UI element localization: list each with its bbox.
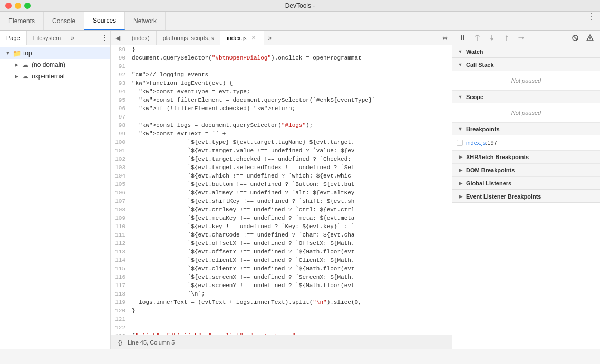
file-tab-back[interactable]: ◀ bbox=[111, 31, 125, 45]
line-number: 116 bbox=[111, 273, 130, 281]
tab-console[interactable]: Console bbox=[44, 12, 84, 30]
code-line-97[interactable]: 97 bbox=[111, 113, 452, 121]
code-line-121[interactable]: 121 bbox=[111, 315, 452, 323]
step-over-icon bbox=[473, 34, 481, 42]
code-line-90[interactable]: 90document.querySelector("#btnOpenPDialo… bbox=[111, 54, 452, 62]
line-content: `${evt.offsetX !== undefined ? `OffsetX:… bbox=[130, 239, 354, 248]
section-callstack-content: Not paused bbox=[452, 71, 600, 90]
format-icon: ⇔ bbox=[442, 34, 448, 42]
step-button[interactable] bbox=[516, 32, 527, 44]
code-line-104[interactable]: 104 `${evt.which !== undefined ? `Which:… bbox=[111, 172, 452, 180]
step-into-button[interactable] bbox=[486, 32, 498, 44]
code-line-116[interactable]: 116 `${evt.screenX !== undefined ? `Scre… bbox=[111, 273, 452, 281]
code-line-107[interactable]: 107 `${evt.shiftKey !== undefined ? `shi… bbox=[111, 197, 452, 205]
line-content: `${evt.button !== undefined ? `Button: $… bbox=[130, 180, 354, 189]
code-line-114[interactable]: 114 `${evt.clientX !== undefined ? `Clie… bbox=[111, 256, 452, 264]
pause-exceptions-button[interactable] bbox=[584, 32, 596, 44]
code-line-106[interactable]: 106 `${evt.altKey !== undefined ? `alt: … bbox=[111, 189, 452, 197]
window-controls bbox=[5, 3, 31, 9]
file-tabs-more-button[interactable]: » bbox=[264, 31, 276, 45]
section-global-header[interactable]: ▶ Global Listeners bbox=[452, 177, 600, 190]
code-editor[interactable]: 89}90document.querySelector("#btnOpenPDi… bbox=[111, 45, 452, 335]
breakpoint-checkbox[interactable] bbox=[457, 140, 463, 146]
code-line-108[interactable]: 108 `${evt.ctrlKey !== undefined ? `ctrl… bbox=[111, 205, 452, 214]
section-scope-header[interactable]: ▼ Scope bbox=[452, 91, 600, 103]
section-dom-breakpoints: ▶ DOM Breakpoints bbox=[452, 164, 600, 177]
section-callstack-header[interactable]: ▼ Call Stack bbox=[452, 58, 600, 71]
maximize-button[interactable] bbox=[24, 3, 31, 9]
statusbar-position: Line 45, Column 5 bbox=[128, 339, 175, 346]
code-line-111[interactable]: 111 `${evt.charCode !== undefined ? `cha… bbox=[111, 231, 452, 239]
section-xhr-header[interactable]: ▶ XHR/fetch Breakpoints bbox=[452, 151, 600, 163]
code-line-119[interactable]: 119 logs.innerText = (evtText + logs.inn… bbox=[111, 298, 452, 307]
line-content: `${evt.offsetY !== undefined ? `${Math.f… bbox=[130, 248, 354, 256]
code-line-96[interactable]: 96 "kw">if (!filterElement.checked) "kw"… bbox=[111, 104, 452, 113]
line-content bbox=[130, 323, 132, 332]
tab-sources[interactable]: Sources bbox=[84, 12, 125, 30]
code-line-103[interactable]: 103 `${evt.target.selectedIndex !== unde… bbox=[111, 163, 452, 172]
code-line-98[interactable]: 98 "kw">const logs = document.querySelec… bbox=[111, 121, 452, 130]
line-number: 118 bbox=[111, 290, 130, 298]
code-line-100[interactable]: 100 `${evt.type} ${evt.target.tagName} $… bbox=[111, 138, 452, 146]
tree-item-uxpinternal[interactable]: ▶ ☁ uxp-internal bbox=[0, 71, 110, 82]
section-watch-header[interactable]: ▼ Watch bbox=[452, 45, 600, 58]
code-line-94[interactable]: 94 "kw">const eventType = evt.type; bbox=[111, 87, 452, 96]
line-number: 94 bbox=[111, 87, 130, 96]
line-content bbox=[130, 113, 132, 121]
tree-arrow-top: ▼ bbox=[4, 50, 12, 57]
file-tab-index-paren[interactable]: (index) bbox=[125, 31, 157, 45]
minimize-button[interactable] bbox=[15, 3, 21, 9]
close-button[interactable] bbox=[5, 3, 12, 9]
line-content bbox=[130, 315, 132, 323]
panel-tabs-more[interactable]: » bbox=[67, 34, 78, 42]
panel-tabs: Page Filesystem » ⋮ bbox=[0, 31, 110, 45]
section-dom-header[interactable]: ▶ DOM Breakpoints bbox=[452, 164, 600, 176]
code-line-112[interactable]: 112 `${evt.offsetX !== undefined ? `Offs… bbox=[111, 239, 452, 248]
tree-item-nodomain[interactable]: ▶ ☁ (no domain) bbox=[0, 59, 110, 71]
line-number: 99 bbox=[111, 130, 130, 138]
tab-page[interactable]: Page bbox=[0, 31, 27, 45]
format-button[interactable]: ⇔ bbox=[438, 31, 452, 45]
step-over-button[interactable] bbox=[471, 32, 483, 44]
line-content: "kw">if (!filterElement.checked) "kw">re… bbox=[130, 104, 295, 113]
section-callstack-arrow: ▼ bbox=[457, 61, 464, 68]
code-line-95[interactable]: 95 "kw">const filterElement = document.q… bbox=[111, 96, 452, 104]
code-line-93[interactable]: 93"kw">function logEvent(evt) { bbox=[111, 79, 452, 87]
code-line-101[interactable]: 101 `${evt.target.value !== undefined ? … bbox=[111, 146, 452, 155]
line-content: `${evt.screenX !== undefined ? `ScreenX:… bbox=[130, 273, 354, 281]
file-tab-platformjs[interactable]: platformjs_scripts.js bbox=[157, 31, 221, 45]
pause-button[interactable]: ⏸ bbox=[457, 32, 468, 44]
more-tabs-button[interactable]: ⋮ bbox=[583, 12, 600, 30]
code-line-92[interactable]: 92"cm">// logging events bbox=[111, 71, 452, 79]
section-event-listener-header[interactable]: ▶ Event Listener Breakpoints bbox=[452, 190, 600, 203]
code-line-105[interactable]: 105 `${evt.button !== undefined ? `Butto… bbox=[111, 180, 452, 189]
line-content: } bbox=[130, 307, 136, 315]
code-line-118[interactable]: 118 `\n`; bbox=[111, 290, 452, 298]
section-watch-arrow: ▼ bbox=[457, 48, 464, 55]
code-line-109[interactable]: 109 `${evt.metaKey !== undefined ? `meta… bbox=[111, 214, 452, 222]
code-line-122[interactable]: 122 bbox=[111, 323, 452, 332]
code-line-117[interactable]: 117 `${evt.screenY !== undefined ? `${Ma… bbox=[111, 281, 452, 290]
code-line-89[interactable]: 89} bbox=[111, 45, 452, 54]
code-line-102[interactable]: 102 `${evt.target.checked !== undefined … bbox=[111, 155, 452, 163]
code-line-110[interactable]: 110 `${evt.key !== undefined ? `Key: ${e… bbox=[111, 222, 452, 231]
step-out-button[interactable] bbox=[501, 32, 512, 44]
tab-network[interactable]: Network bbox=[125, 12, 166, 30]
code-line-120[interactable]: 120} bbox=[111, 307, 452, 315]
line-content: } bbox=[130, 45, 136, 54]
debug-sections: ▼ Watch ▼ Call Stack Not paused ▼ Scope bbox=[452, 45, 600, 349]
line-number: 92 bbox=[111, 71, 130, 79]
tab-filesystem[interactable]: Filesystem bbox=[27, 31, 68, 45]
tab-elements[interactable]: Elements bbox=[0, 12, 44, 30]
code-line-91[interactable]: 91 bbox=[111, 62, 452, 71]
deactivate-breakpoints-button[interactable] bbox=[569, 32, 581, 44]
file-tab-indexjs[interactable]: index.js ✕ bbox=[220, 31, 264, 45]
code-line-115[interactable]: 115 `${evt.clientY !== undefined ? `${Ma… bbox=[111, 264, 452, 273]
code-line-99[interactable]: 99 "kw">const evtText = `` + bbox=[111, 130, 452, 138]
code-line-113[interactable]: 113 `${evt.offsetY !== undefined ? `${Ma… bbox=[111, 248, 452, 256]
file-tab-close-indexjs[interactable]: ✕ bbox=[250, 34, 257, 42]
tree-item-top[interactable]: ▼ 📁 top bbox=[0, 47, 110, 59]
panel-actions-menu[interactable]: ⋮ bbox=[100, 34, 110, 42]
breakpoint-item[interactable]: index.js : 197 bbox=[452, 137, 600, 148]
section-breakpoints-header[interactable]: ▼ Breakpoints bbox=[452, 123, 600, 135]
